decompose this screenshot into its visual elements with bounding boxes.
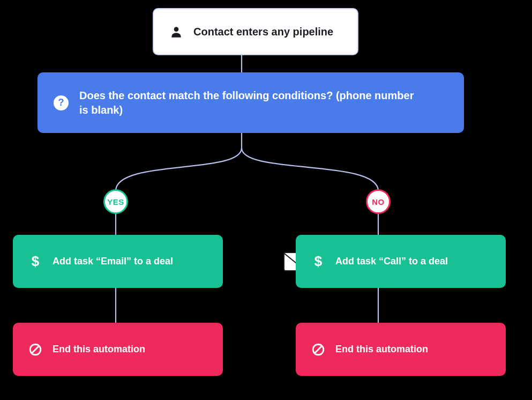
action-yes-label: Add task “Email” to a deal — [53, 255, 208, 268]
end-card-yes[interactable]: End this automation — [13, 323, 223, 376]
svg-line-11 — [315, 346, 322, 353]
svg-line-9 — [32, 346, 39, 353]
automation-flow-diagram: Contact enters any pipeline ? Does the c… — [0, 0, 532, 400]
person-icon — [169, 25, 184, 39]
end-card-no[interactable]: End this automation — [296, 323, 506, 376]
branch-badge-no: NO — [366, 189, 391, 214]
branch-no-label: NO — [372, 197, 385, 206]
end-no-label: End this automation — [335, 343, 491, 355]
prohibit-icon — [28, 343, 43, 357]
question-icon: ? — [53, 95, 70, 110]
prohibit-icon — [311, 343, 326, 357]
action-no-label: Add task “Call” to a deal — [335, 255, 491, 268]
end-yes-label: End this automation — [53, 343, 208, 355]
dollar-icon: $ — [311, 253, 326, 270]
branch-yes-label: YES — [107, 197, 124, 206]
svg-point-7 — [174, 27, 179, 32]
condition-label: Does the contact match the following con… — [79, 88, 422, 117]
action-card-yes[interactable]: $ Add task “Email” to a deal — [13, 235, 223, 288]
dollar-icon: $ — [28, 253, 43, 270]
branch-badge-yes: YES — [103, 189, 128, 214]
action-card-no[interactable]: $ Add task “Call” to a deal — [296, 235, 506, 288]
trigger-label: Contact enters any pipeline — [193, 25, 342, 39]
trigger-card[interactable]: Contact enters any pipeline — [153, 8, 358, 55]
condition-card[interactable]: ? Does the contact match the following c… — [38, 72, 464, 133]
